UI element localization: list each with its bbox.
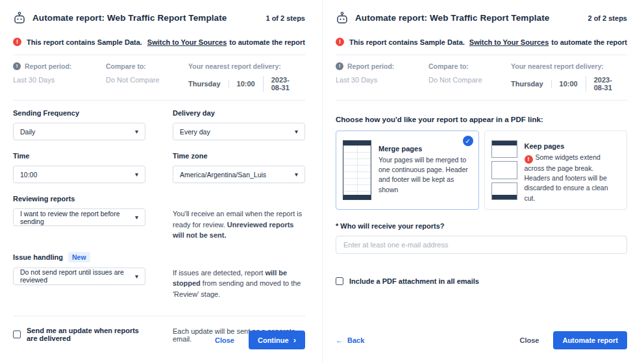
arrow-left-icon: ← [336, 336, 343, 344]
keep-pages-title: Keep pages [525, 142, 621, 150]
dialog-header: Automate report: Web Traffic Report Temp… [13, 12, 305, 24]
compare-to-value: Do Not Compare [428, 76, 511, 84]
caret-down-icon: ▾ [295, 171, 298, 178]
step1-panel: Automate report: Web Traffic Report Temp… [0, 0, 322, 363]
delivery-day-value: Every day [180, 128, 210, 136]
thumb-grid-body [343, 145, 371, 195]
timezone-select[interactable]: America/Argentina/San_Luis ▾ [173, 166, 305, 183]
divider [13, 316, 305, 316]
nearest-delivery-values: Thursday 10:00 2023-08-31 [511, 76, 627, 92]
sample-data-message: This report contains Sample Data. [27, 38, 142, 46]
back-label: Back [347, 336, 364, 344]
sample-data-message: This report contains Sample Data. [349, 38, 465, 46]
step2-footer: ← Back Close Automate report [336, 331, 627, 349]
recipients-email-input[interactable] [336, 236, 627, 254]
continue-label: Continue [258, 336, 289, 344]
new-badge: New [68, 252, 90, 262]
thumb-header-bar [343, 141, 371, 145]
timezone-value: America/Argentina/San_Luis [180, 171, 266, 179]
close-button[interactable]: Close [519, 336, 539, 344]
reviewing-reports-label: Reviewing reports [13, 194, 145, 203]
delivery-day-value: Thursday [511, 80, 551, 88]
time-value: 10:00 [20, 171, 37, 179]
report-period-label: Report period: [347, 62, 394, 70]
caret-down-icon: ▾ [295, 128, 298, 135]
nearest-delivery-label: Your nearest report delivery: [511, 62, 604, 70]
issue-handling-value: Do not send report until issues are revi… [20, 268, 135, 284]
merge-pages-title: Merge pages [378, 145, 472, 153]
step1-footer: Close Continue › [13, 331, 305, 349]
issue-handling-note: If issues are detected, report will be s… [173, 268, 305, 300]
keep-pages-card[interactable]: Keep pages !Some widgets extend across t… [484, 131, 628, 210]
delivery-date-value: 2023-08-31 [263, 76, 305, 92]
alert-icon: ! [336, 38, 344, 46]
step2-panel: Automate report: Web Traffic Report Temp… [322, 0, 644, 363]
delivery-date-value: 2023-08-31 [586, 76, 627, 92]
delivery-day-select[interactable]: Every day ▾ [173, 123, 305, 140]
report-period-value: Last 30 Days [336, 76, 428, 84]
recipients-label: * Who will receive your reports? [336, 222, 627, 230]
banner-suffix: to automate the report [551, 38, 627, 46]
back-button[interactable]: ← Back [336, 336, 364, 344]
merge-pages-card[interactable]: ✓ Merge pages Your pages will be merged … [336, 131, 479, 210]
issue-handling-select[interactable]: Do not send report until issues are revi… [13, 268, 145, 285]
merge-pages-description: Your pages will be merged to one continu… [378, 155, 472, 195]
pdf-attachment-checkbox[interactable] [336, 277, 343, 285]
report-info-strip: !Report period: Last 30 Days Compare to:… [13, 55, 305, 100]
caret-down-icon: ▾ [135, 171, 138, 178]
chevron-right-icon: › [293, 336, 296, 344]
time-label: Time [13, 151, 145, 160]
report-period-value: Last 30 Days [13, 76, 106, 84]
timezone-label: Time zone [173, 151, 305, 160]
automate-report-dialogs: Automate report: Web Traffic Report Temp… [0, 0, 644, 363]
keep-pages-description-text: Some widgets extend across the page brea… [525, 153, 608, 202]
automate-report-label: Automate report [562, 336, 618, 344]
thumb-page [491, 182, 517, 200]
compare-to-label: Compare to: [428, 62, 469, 70]
dialog-title: Automate report: Web Traffic Report Temp… [32, 13, 227, 23]
reviewing-note: You'll receive an email when the report … [173, 208, 305, 241]
banner-suffix: to automate the report [229, 38, 305, 46]
sending-frequency-value: Daily [20, 128, 35, 136]
issue-handling-label: Issue handling New [13, 252, 145, 262]
step-indicator: 2 of 2 steps [588, 14, 627, 22]
automate-report-button[interactable]: Automate report [553, 331, 627, 349]
caret-down-icon: ▾ [135, 128, 138, 135]
robot-icon [13, 12, 26, 24]
reviewing-reports-value: I want to review the report before sendi… [20, 210, 135, 225]
report-info-strip: !Report period: Last 30 Days Compare to:… [336, 55, 627, 100]
compare-to-label: Compare to: [106, 62, 146, 70]
pdf-appearance-heading: Choose how you'd like your report to app… [336, 116, 627, 123]
issue-handling-label-text: Issue handling [13, 253, 63, 261]
robot-icon [336, 12, 349, 24]
thumb-footer-bar [492, 195, 517, 199]
delivery-time-value: 10:00 [229, 80, 263, 88]
caret-down-icon: ▾ [135, 214, 138, 221]
reviewing-reports-select[interactable]: I want to review the report before sendi… [13, 208, 145, 226]
delivery-day-label: Delivery day [173, 108, 305, 118]
step-indicator: 1 of 2 steps [266, 14, 305, 22]
delivery-time-value: 10:00 [551, 80, 586, 88]
keep-pages-thumbnail [491, 140, 517, 200]
thumb-page [491, 140, 517, 158]
delivery-day-value: Thursday [188, 80, 229, 88]
dialog-title: Automate report: Web Traffic Report Temp… [355, 13, 549, 23]
switch-sources-link[interactable]: Switch to Your Sources [147, 38, 227, 46]
pdf-option-cards: ✓ Merge pages Your pages will be merged … [336, 131, 627, 210]
schedule-form: Sending Frequency Delivery day Daily ▾ E… [13, 108, 305, 343]
compare-to-value: Do Not Compare [106, 76, 188, 84]
sending-frequency-label: Sending Frequency [13, 108, 145, 118]
divider [336, 100, 627, 101]
time-select[interactable]: 10:00 ▾ [13, 166, 145, 183]
merge-pages-thumbnail [343, 140, 371, 200]
sample-data-banner: ! This report contains Sample Data. Swit… [336, 38, 627, 46]
pdf-attachment-label: Include a PDF attachment in all emails [349, 277, 479, 285]
issue-note-pre: If issues are detected, report [173, 269, 263, 277]
continue-button[interactable]: Continue › [249, 331, 305, 349]
info-icon: ! [13, 62, 21, 70]
report-period-label: Report period: [25, 62, 71, 70]
sending-frequency-select[interactable]: Daily ▾ [13, 123, 145, 140]
thumb-footer-bar [343, 195, 371, 199]
close-button[interactable]: Close [215, 336, 234, 344]
switch-sources-link[interactable]: Switch to Your Sources [469, 38, 549, 46]
